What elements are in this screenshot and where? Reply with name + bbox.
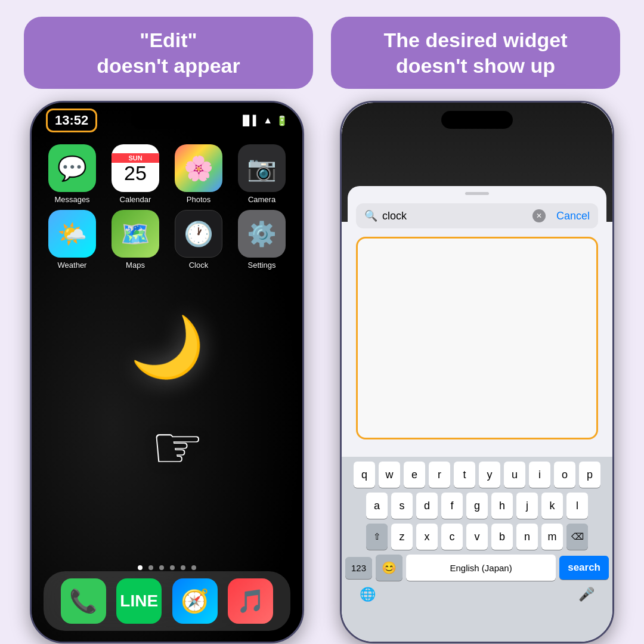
calendar-icon: SUN 25 xyxy=(112,144,159,192)
key-x[interactable]: x xyxy=(416,524,438,550)
camera-icon: 📷 xyxy=(238,144,286,192)
key-q[interactable]: q xyxy=(354,462,375,488)
keyboard-rows: q w e r t y u i o p a s xyxy=(342,457,612,550)
search-magnify-icon: 🔍 xyxy=(364,209,377,222)
key-h[interactable]: h xyxy=(491,493,513,519)
key-c[interactable]: c xyxy=(441,524,463,550)
widget-search-bar[interactable]: 🔍 clock ✕ Cancel xyxy=(356,203,598,228)
key-search[interactable]: search xyxy=(559,556,609,580)
left-label-pill: "Edit" doesn't appear xyxy=(24,17,313,89)
key-f[interactable]: f xyxy=(441,493,463,519)
key-row-1: q w e r t y u i o p xyxy=(344,462,610,488)
maps-label: Maps xyxy=(126,261,145,270)
keyboard: q w e r t y u i o p a s xyxy=(342,457,612,642)
weather-icon: 🌤️ xyxy=(48,210,96,258)
key-numbers[interactable]: 123 xyxy=(345,557,372,579)
key-l[interactable]: l xyxy=(566,493,588,519)
key-space[interactable]: English (Japan) xyxy=(406,555,556,581)
moon-icon: 🌙 xyxy=(130,312,205,382)
key-k[interactable]: k xyxy=(541,493,563,519)
labels-row: "Edit" doesn't appear The desired widget… xyxy=(0,0,644,101)
phone1-screen: 13:52 ▐▌▌ ▲ 🔋 💬 Messages SUN xyxy=(32,103,302,642)
key-n[interactable]: n xyxy=(516,524,538,550)
key-emoji[interactable]: 😊 xyxy=(376,555,402,581)
app-grid: 💬 Messages SUN 25 Calendar 🌸 Photos xyxy=(32,138,302,275)
mic-icon[interactable]: 🎤 xyxy=(578,587,595,602)
app-settings[interactable]: ⚙️ Settings xyxy=(233,210,290,270)
widget-result-area xyxy=(356,237,598,439)
key-b[interactable]: b xyxy=(491,524,513,550)
app-weather[interactable]: 🌤️ Weather xyxy=(44,210,101,270)
dock-phone-icon[interactable]: 📞 xyxy=(61,578,106,624)
dock-line-icon[interactable]: LINE xyxy=(116,578,162,624)
hand-cursor-icon: ☞ xyxy=(151,413,205,482)
messages-label: Messages xyxy=(54,195,89,204)
key-v[interactable]: v xyxy=(466,524,488,550)
dock-music-icon[interactable]: 🎵 xyxy=(228,578,273,624)
right-label-pill: The desired widget doesn't show up xyxy=(331,17,620,89)
app-photos[interactable]: 🌸 Photos xyxy=(170,144,227,204)
left-label-line2: doesn't appear xyxy=(45,53,292,79)
search-query-text[interactable]: clock xyxy=(382,210,528,222)
key-j[interactable]: j xyxy=(516,493,538,519)
key-i[interactable]: i xyxy=(529,462,550,488)
keyboard-system-row: 🌐 🎤 xyxy=(342,581,612,602)
search-clear-button[interactable]: ✕ xyxy=(532,209,546,222)
messages-icon: 💬 xyxy=(48,144,96,192)
key-w[interactable]: w xyxy=(379,462,400,488)
dot-1 xyxy=(138,565,143,570)
dynamic-island-right xyxy=(441,111,513,129)
sheet-handle xyxy=(465,192,489,195)
dot-4 xyxy=(170,565,175,570)
dock: 📞 LINE 🧭 🎵 xyxy=(44,571,290,631)
key-s[interactable]: s xyxy=(391,493,413,519)
key-o[interactable]: o xyxy=(554,462,575,488)
settings-icon: ⚙️ xyxy=(238,210,286,258)
signal-icon: ▐▌▌ xyxy=(239,115,259,126)
globe-icon[interactable]: 🌐 xyxy=(360,587,376,602)
weather-label: Weather xyxy=(58,261,87,270)
key-u[interactable]: u xyxy=(504,462,525,488)
key-g[interactable]: g xyxy=(466,493,488,519)
app-maps[interactable]: 🗺️ Maps xyxy=(107,210,164,270)
app-camera[interactable]: 📷 Camera xyxy=(233,144,290,204)
key-r[interactable]: r xyxy=(429,462,450,488)
status-bar-left: 13:52 ▐▌▌ ▲ 🔋 xyxy=(32,103,302,134)
key-z[interactable]: z xyxy=(391,524,413,550)
app-messages[interactable]: 💬 Messages xyxy=(44,144,101,204)
key-m[interactable]: m xyxy=(541,524,563,550)
time-display: 13:52 xyxy=(46,109,97,132)
key-row-2: a s d f g h j k l xyxy=(344,493,610,519)
key-y[interactable]: y xyxy=(479,462,500,488)
key-a[interactable]: a xyxy=(366,493,388,519)
left-label-line1: "Edit" xyxy=(45,27,292,53)
key-shift[interactable]: ⇧ xyxy=(366,524,388,550)
key-p[interactable]: p xyxy=(579,462,600,488)
clock-icon: 🕐 xyxy=(175,210,222,258)
dock-safari-icon[interactable]: 🧭 xyxy=(172,578,218,624)
battery-icon: 🔋 xyxy=(276,115,288,126)
photos-label: Photos xyxy=(187,195,210,204)
camera-label: Camera xyxy=(248,195,275,204)
photos-icon: 🌸 xyxy=(175,144,222,192)
app-clock[interactable]: 🕐 Clock xyxy=(170,210,227,270)
dot-2 xyxy=(148,565,153,570)
key-e[interactable]: e xyxy=(404,462,425,488)
key-t[interactable]: t xyxy=(454,462,475,488)
keyboard-bottom-row: 123 😊 English (Japan) search xyxy=(342,555,612,581)
phones-row: 13:52 ▐▌▌ ▲ 🔋 💬 Messages SUN xyxy=(0,101,644,643)
phone-left: 13:52 ▐▌▌ ▲ 🔋 💬 Messages SUN xyxy=(30,101,304,643)
clock-label: Clock xyxy=(189,261,209,270)
dot-3 xyxy=(159,565,164,570)
key-d[interactable]: d xyxy=(416,493,438,519)
search-cancel-button[interactable]: Cancel xyxy=(556,210,590,222)
maps-icon: 🗺️ xyxy=(112,210,159,258)
dot-6 xyxy=(191,565,196,570)
page-dots xyxy=(32,565,302,570)
cal-date-num: 25 xyxy=(124,163,147,183)
key-row-3: ⇧ z x c v b n m ⌫ xyxy=(344,524,610,550)
app-calendar[interactable]: SUN 25 Calendar xyxy=(107,144,164,204)
status-icons: ▐▌▌ ▲ 🔋 xyxy=(239,115,288,126)
key-delete[interactable]: ⌫ xyxy=(566,524,588,550)
calendar-label: Calendar xyxy=(120,195,151,204)
